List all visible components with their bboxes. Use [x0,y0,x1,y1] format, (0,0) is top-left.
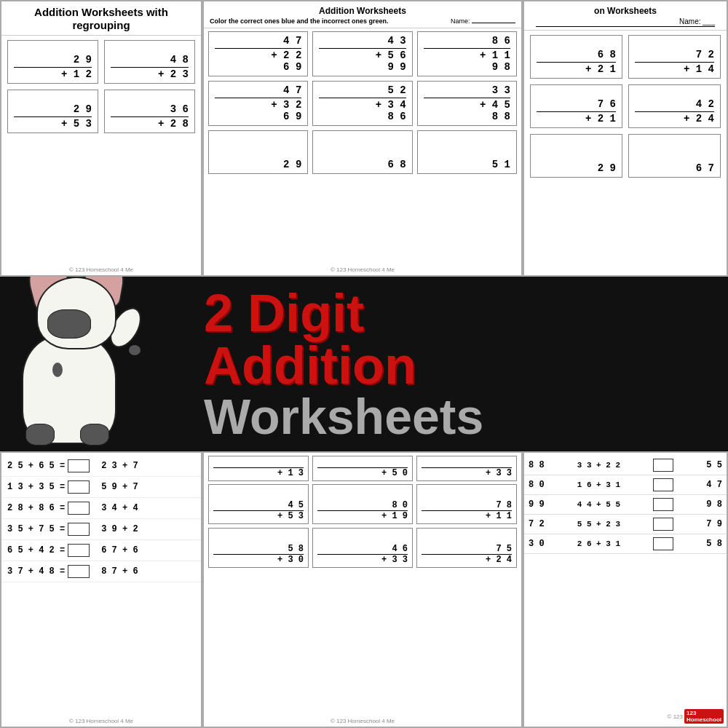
banner-text-area: 2 Digit Addition Worksheets [182,277,728,451]
top-worksheets-section: Addition Worksheets with regrouping 2 9 … [0,0,728,277]
bws2-prob-1: 4 5 + 5 3 [208,484,309,524]
ws3-prob-3: 7 6 + 2 1 [530,84,622,128]
ws2-prob-9: 5 1 [417,130,517,174]
ws2-grid: 4 7 + 2 2 6 9 4 3 + 5 6 9 9 8 6 + 1 1 9 … [208,31,517,174]
eq-answer-box-2[interactable] [68,480,90,494]
bws2-prob-4: 5 8 + 3 0 [208,528,309,568]
ws2-instruction: Color the correct ones blue and the inco… [210,17,389,25]
ws3-grid: 6 8 + 2 1 7 2 + 1 4 7 6 + 2 1 4 2 + 2 4 … [530,35,721,178]
ws3-body: 6 8 + 2 1 7 2 + 1 4 7 6 + 2 1 4 2 + 2 4 … [524,31,727,182]
ws2-name-field: Name: [451,17,515,25]
eq-answer-box-5[interactable] [68,544,90,557]
ws1-footer: © 123 Homeschool 4 Me [1,266,201,273]
bottom-panel-3: 8 8 3 3 + 2 2 5 5 8 0 1 6 + 3 1 4 7 9 9 … [523,451,728,728]
answer-box-1[interactable] [653,459,673,472]
eq-answer-box-4[interactable] [68,523,90,536]
bottom-ws2-grid: 4 5 + 5 3 8 0 + 1 9 7 8 + 1 1 5 8 + 3 0 … [208,484,517,568]
banner-line3: Worksheets [204,392,706,441]
bottom-ws3-rows: 8 8 3 3 + 2 2 5 5 8 0 1 6 + 3 1 4 7 9 9 … [524,453,727,557]
ws2-prob-5: 5 2 + 3 4 8 6 [312,81,412,126]
ws2-title: Addition Worksheets [210,6,515,16]
footer-logo-text: © 123 [668,713,683,720]
ws3-header: on Worksheets Name: ___ [524,1,727,31]
dog-paw-left [25,424,55,446]
answer-box-2[interactable] [653,478,673,491]
eq-answer-box-3[interactable] [68,502,90,515]
ws2-prob-7: 2 9 [208,130,308,174]
bottom-ws2-top-row: + 1 3 + 5 0 + 3 3 [208,456,517,481]
eq-row-2: 1 3 + 3 5 = 5 9 + 7 [1,477,201,498]
answer-box-3[interactable] [653,498,673,511]
bottom-ws2-body: + 1 3 + 5 0 + 3 3 4 5 + 5 3 8 0 + 1 9 [204,453,521,568]
answer-row-1: 8 8 3 3 + 2 2 5 5 [524,456,727,475]
ws2-prob-2: 4 3 + 5 6 9 9 [312,31,412,76]
bottom-worksheets-section: 2 5 + 6 5 = 2 3 + 7 1 3 + 3 5 = 5 9 + 7 … [0,451,728,728]
dog-spot-body2 [52,363,63,377]
ws2-prob-6: 3 3 + 4 5 8 8 [417,81,517,126]
bws2-prob-3: 7 8 + 1 1 [416,484,517,524]
ws2-prob-8: 6 8 [312,130,412,174]
dog-illustration [0,277,182,451]
ws2-prob-1: 4 7 + 2 2 6 9 [208,31,308,76]
ws2-body: 4 7 + 2 2 6 9 4 3 + 5 6 9 9 8 6 + 1 1 9 … [204,28,521,177]
bws2-top-2: + 5 0 [312,456,413,481]
eq-row-3: 2 8 + 8 6 = 3 4 + 4 [1,498,201,519]
eq-row-5: 6 5 + 4 2 = 6 7 + 6 [1,540,201,561]
bws2-prob-5: 4 6 + 3 3 [312,528,413,568]
bottom-ws2-footer: © 123 Homeschool 4 Me [204,718,521,724]
ws3-prob-1: 6 8 + 2 1 [530,35,622,79]
worksheet-panel-2: Addition Worksheets Color the correct on… [202,0,523,277]
eq-row-6: 3 7 + 4 8 = 8 7 + 6 [1,561,201,582]
ws1-prob-4: 3 6 + 2 8 [104,90,195,133]
ws3-name-field: Name: ___ [536,17,715,27]
answer-row-2: 8 0 1 6 + 3 1 4 7 [524,475,727,495]
banner-line2: Addition [204,339,706,392]
bottom-panel-1: 2 5 + 6 5 = 2 3 + 7 1 3 + 3 5 = 5 9 + 7 … [0,451,202,728]
ws1-body: 2 9 + 1 2 4 8 + 2 3 2 9 + 5 3 3 6 + 2 8 [1,36,201,138]
bws2-top-3: + 3 3 [416,456,517,481]
answer-row-5: 3 0 2 6 + 3 1 5 8 [524,534,727,554]
ws1-prob-2: 4 8 + 2 3 [104,40,195,84]
bottom-ws1-footer: © 123 Homeschool 4 Me [1,718,201,724]
ws3-title: on Worksheets [530,6,721,16]
logo-area: © 123 123Homeschool [668,709,724,724]
ws1-prob-1: 2 9 + 1 2 [7,40,98,84]
ws1-title: Addition Worksheets with regrouping [7,6,195,32]
eq-row-4: 3 5 + 7 5 = 3 9 + 2 [1,519,201,540]
ws1-grid: 2 9 + 1 2 4 8 + 2 3 2 9 + 5 3 3 6 + 2 8 [7,40,195,133]
worksheet-panel-3: on Worksheets Name: ___ 6 8 + 2 1 7 2 + … [523,0,728,277]
ws2-footer: © 123 Homeschool 4 Me [204,266,521,273]
dog-paw-right [80,424,109,446]
eq-row-1: 2 5 + 6 5 = 2 3 + 7 [1,456,201,477]
answer-box-5[interactable] [653,537,673,550]
bws2-prob-2: 8 0 + 1 9 [312,484,413,524]
ws2-header: Addition Worksheets Color the correct on… [204,1,521,28]
dog-snout [47,309,91,339]
bws2-top-1: + 1 3 [208,456,309,481]
ws3-prob-2: 7 2 + 1 4 [628,35,721,79]
bws2-prob-6: 7 5 + 2 4 [416,528,517,568]
eq-answer-box-6[interactable] [68,565,90,578]
ws2-prob-3: 8 6 + 1 1 9 8 [417,31,517,76]
banner-section: 2 Digit Addition Worksheets [0,277,728,451]
bottom-ws1-equations: 2 5 + 6 5 = 2 3 + 7 1 3 + 3 5 = 5 9 + 7 … [1,453,201,585]
banner-line1: 2 Digit [204,287,706,339]
bottom-panel-2: + 1 3 + 5 0 + 3 3 4 5 + 5 3 8 0 + 1 9 [202,451,523,728]
ws1-header: Addition Worksheets with regrouping [1,1,201,36]
answer-row-3: 9 9 4 4 + 5 5 9 8 [524,495,727,515]
answer-row-4: 7 2 5 5 + 2 3 7 9 [524,515,727,534]
eq-answer-box-1[interactable] [68,459,90,472]
worksheet-panel-1: Addition Worksheets with regrouping 2 9 … [0,0,202,277]
ws3-prob-6: 6 7 [628,134,721,178]
ws1-prob-3: 2 9 + 5 3 [7,90,98,133]
answer-box-4[interactable] [653,518,673,531]
dog-spot-body1 [129,345,141,355]
ws3-prob-5: 2 9 [530,134,622,178]
ws3-prob-4: 4 2 + 2 4 [628,84,721,128]
logo-badge: 123Homeschool [684,709,724,724]
ws2-prob-4: 4 7 + 3 2 6 9 [208,81,308,126]
